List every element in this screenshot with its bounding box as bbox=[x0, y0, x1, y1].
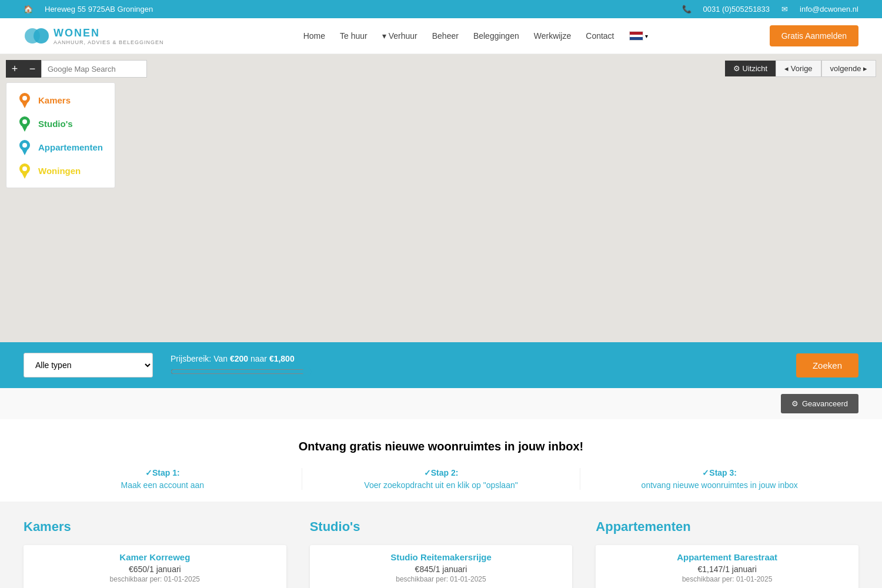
step-1-num: ✓Stap 1: bbox=[145, 468, 180, 477]
svg-point-10 bbox=[22, 143, 27, 148]
pin-kamers bbox=[18, 92, 31, 108]
address-text: Hereweg 55 9725AB Groningen bbox=[45, 5, 153, 14]
legend-item-woningen[interactable]: Woningen bbox=[18, 162, 103, 179]
topbar: 🏠 Hereweg 55 9725AB Groningen 📞 0031 (0)… bbox=[0, 0, 882, 18]
logo-sub: AANHUUR, ADVIES & BELEGGINGEN bbox=[54, 39, 164, 45]
nav-language[interactable]: ▾ bbox=[629, 31, 648, 41]
listing-appartement-price: €1,147/1 januari bbox=[604, 564, 850, 574]
category-kamers-title: Kamers bbox=[24, 519, 286, 534]
nav-verhuur[interactable]: ▾ Verhuur bbox=[382, 31, 417, 41]
category-studios: Studio's Studio Reitemakersrijge €845/1 … bbox=[310, 519, 573, 588]
gear-icon: ⚙ bbox=[733, 64, 740, 73]
step-2-desc: Voer zoekopdracht uit en klik op "opslaa… bbox=[364, 480, 517, 490]
advanced-label: Geavanceerd bbox=[802, 399, 848, 408]
prev-button[interactable]: ◂ Vorige bbox=[776, 60, 821, 77]
topbar-contact-section: 📞 0031 (0)505251833 ✉ info@dcwonen.nl bbox=[682, 5, 858, 14]
svg-marker-6 bbox=[21, 125, 28, 132]
nav-beleggingen[interactable]: Beleggingen bbox=[473, 31, 519, 41]
price-label-mid: naar bbox=[248, 354, 269, 363]
newsletter-title: Ontvang gratis nieuwe woonruimtes in jou… bbox=[24, 440, 858, 453]
listing-card-studio-header: Studio Reitemakersrijge €845/1 januari b… bbox=[310, 545, 573, 588]
legend-item-studios[interactable]: Studio's bbox=[18, 115, 103, 132]
listing-appartement-date: beschikbaar per: 01-01-2025 bbox=[604, 575, 850, 583]
listing-card-studio[interactable]: Studio Reitemakersrijge €845/1 januari b… bbox=[310, 545, 573, 588]
svg-marker-9 bbox=[21, 148, 28, 155]
zoom-in-button[interactable]: + bbox=[6, 60, 24, 78]
listings-grid: Kamers Kamer Korreweg €650/1 januari bes… bbox=[24, 519, 858, 588]
phone-text: 0031 (0)505251833 bbox=[703, 5, 770, 14]
svg-point-4 bbox=[22, 96, 27, 101]
email-text: info@dcwonen.nl bbox=[800, 5, 858, 14]
category-kamers: Kamers Kamer Korreweg €650/1 januari bes… bbox=[24, 519, 286, 588]
type-select[interactable]: Alle typen Kamers Studio's Appartementen… bbox=[24, 353, 153, 377]
step-3: ✓Stap 3: ontvang nieuwe woonruimtes in j… bbox=[580, 468, 858, 490]
topbar-address-section: 🏠 Hereweg 55 9725AB Groningen bbox=[24, 5, 153, 14]
map-legend: Kamers Studio's Appartementen bbox=[6, 82, 115, 188]
register-button[interactable]: Gratis Aanmelden bbox=[770, 25, 858, 46]
svg-point-7 bbox=[22, 119, 27, 124]
search-button[interactable]: Zoeken bbox=[796, 353, 858, 377]
price-label-prefix: Prijsbereik: Van bbox=[171, 354, 230, 363]
map-search-input[interactable] bbox=[41, 60, 147, 78]
svg-point-13 bbox=[22, 166, 27, 171]
uitzicht-label: Uitzicht bbox=[743, 64, 768, 73]
listing-kamer-price: €650/1 januari bbox=[32, 564, 278, 574]
nav-home[interactable]: Home bbox=[303, 31, 325, 41]
pin-woningen bbox=[18, 162, 31, 179]
newsletter-section: Ontvang gratis nieuwe woonruimtes in jou… bbox=[0, 419, 882, 502]
listing-studio-title: Studio Reitemakersrijge bbox=[319, 552, 564, 562]
phone-icon: 📞 bbox=[682, 5, 691, 14]
email-icon: ✉ bbox=[781, 5, 788, 14]
price-slider[interactable] bbox=[171, 367, 312, 376]
settings-icon: ⚙ bbox=[791, 399, 799, 408]
listing-studio-price: €845/1 januari bbox=[319, 564, 564, 574]
listing-card-kamer-header: Kamer Korreweg €650/1 januari beschikbaa… bbox=[24, 545, 286, 588]
listing-card-appartement[interactable]: Appartement Barestraat €1,147/1 januari … bbox=[596, 545, 858, 588]
svg-point-1 bbox=[34, 28, 49, 44]
step-2: ✓Stap 2: Voer zoekopdracht uit en klik o… bbox=[302, 468, 581, 490]
nav-werkwijze[interactable]: Werkwijze bbox=[534, 31, 572, 41]
uitzicht-button[interactable]: ⚙ Uitzicht bbox=[725, 61, 776, 76]
listing-studio-date: beschikbaar per: 01-01-2025 bbox=[319, 575, 564, 583]
listing-card-kamer[interactable]: Kamer Korreweg €650/1 januari beschikbaa… bbox=[24, 545, 286, 588]
logo[interactable]: WONEN AANHUUR, ADVIES & BELEGGINGEN bbox=[24, 24, 164, 48]
logo-icon bbox=[24, 24, 50, 48]
category-appartementen-title: Appartementen bbox=[596, 519, 858, 534]
zoom-out-button[interactable]: − bbox=[24, 60, 41, 78]
advanced-button[interactable]: ⚙ Geavanceerd bbox=[781, 394, 858, 413]
step-3-num: ✓Stap 3: bbox=[702, 468, 737, 477]
listing-kamer-date: beschikbaar per: 01-01-2025 bbox=[32, 575, 278, 583]
legend-item-kamers[interactable]: Kamers bbox=[18, 92, 103, 108]
pin-studios bbox=[18, 115, 31, 132]
next-button[interactable]: volgende ▸ bbox=[821, 60, 876, 77]
map-container: + − Kamers Studio's bbox=[0, 54, 882, 342]
step-3-desc: ontvang nieuwe woonruimtes in jouw inbox bbox=[642, 480, 798, 490]
listings-section: Kamers Kamer Korreweg €650/1 januari bes… bbox=[0, 502, 882, 588]
legend-label-woningen: Woningen bbox=[38, 166, 81, 176]
legend-item-appartementen[interactable]: Appartementen bbox=[18, 139, 103, 155]
price-label: Prijsbereik: Van €200 naar €1,800 bbox=[171, 354, 312, 363]
map-controls: + − bbox=[6, 60, 147, 78]
listing-card-appartement-header: Appartement Barestraat €1,147/1 januari … bbox=[596, 545, 858, 588]
search-bar: Alle typen Kamers Studio's Appartementen… bbox=[0, 342, 882, 388]
legend-label-kamers: Kamers bbox=[38, 95, 71, 105]
navbar: WONEN AANHUUR, ADVIES & BELEGGINGEN Home… bbox=[0, 18, 882, 54]
flag-nl-icon bbox=[629, 31, 643, 41]
category-studios-title: Studio's bbox=[310, 519, 573, 534]
logo-main: WONEN bbox=[54, 27, 164, 39]
step-2-num: ✓Stap 2: bbox=[424, 468, 459, 477]
pin-appartementen bbox=[18, 139, 31, 155]
logo-text: WONEN AANHUUR, ADVIES & BELEGGINGEN bbox=[54, 27, 164, 45]
svg-marker-12 bbox=[21, 172, 28, 179]
legend-label-appartementen: Appartementen bbox=[38, 142, 103, 152]
nav-te-huur[interactable]: Te huur bbox=[340, 31, 368, 41]
map-view-controls: ⚙ Uitzicht ◂ Vorige volgende ▸ bbox=[725, 60, 877, 77]
advanced-row: ⚙ Geavanceerd bbox=[0, 388, 882, 419]
price-to: €1,800 bbox=[269, 354, 295, 363]
steps-row: ✓Stap 1: Maak een account aan ✓Stap 2: V… bbox=[24, 468, 858, 490]
nav-beheer[interactable]: Beheer bbox=[432, 31, 459, 41]
house-icon: 🏠 bbox=[24, 5, 33, 14]
step-1: ✓Stap 1: Maak een account aan bbox=[24, 468, 302, 490]
nav-contact[interactable]: Contact bbox=[586, 31, 614, 41]
price-from: €200 bbox=[230, 354, 248, 363]
